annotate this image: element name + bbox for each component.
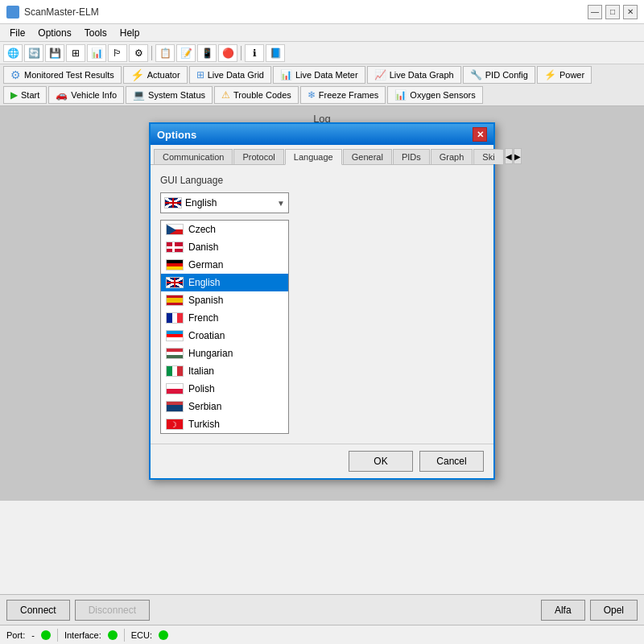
lang-italian-label: Italian xyxy=(188,365,214,377)
language-dropdown[interactable]: English ▼ xyxy=(160,192,289,213)
dialog-tabs: Communication Protocol Language General … xyxy=(151,145,493,165)
modal-overlay: Options ✕ Communication Protocol Languag… xyxy=(0,106,644,501)
flag-polish xyxy=(166,383,184,394)
lang-french[interactable]: French xyxy=(161,309,288,327)
lang-turkish[interactable]: Turkish xyxy=(161,415,288,433)
flag-spanish xyxy=(166,295,184,306)
toolbar-btn-3[interactable]: 💾 xyxy=(45,44,64,62)
lang-english[interactable]: English xyxy=(161,274,288,291)
toolbar-btn-5[interactable]: 📊 xyxy=(87,44,106,62)
flag-hungarian xyxy=(166,348,184,359)
alfa-button[interactable]: Alfa xyxy=(541,600,585,621)
tab-protocol[interactable]: Protocol xyxy=(233,149,283,164)
toolbar-btn-7[interactable]: ⚙ xyxy=(129,44,148,62)
dialog-titlebar: Options ✕ xyxy=(151,124,493,145)
ecu-indicator xyxy=(159,630,168,640)
disconnect-button[interactable]: Disconnect xyxy=(75,600,150,621)
tab-language[interactable]: Language xyxy=(285,149,342,165)
nav-pid-config[interactable]: 🔧 PID Config xyxy=(463,66,535,84)
nav-monitored-test-results[interactable]: ⚙ Monitored Test Results xyxy=(3,66,122,84)
toolbar-btn-12[interactable]: ℹ xyxy=(245,44,264,62)
system-icon: 💻 xyxy=(133,89,145,101)
grid-icon: ⊞ xyxy=(196,69,204,80)
menu-options[interactable]: Options xyxy=(31,26,77,40)
dropdown-selected[interactable]: English ▼ xyxy=(160,192,289,213)
lang-spanish[interactable]: Spanish xyxy=(161,291,288,309)
lang-italian[interactable]: Italian xyxy=(161,362,288,380)
status-bar: Port: - Interface: ECU: xyxy=(0,625,644,644)
app-title: ScanMaster-ELM xyxy=(24,6,588,18)
toolbar-btn-10[interactable]: 📱 xyxy=(197,44,217,62)
lang-turkish-label: Turkish xyxy=(188,419,220,430)
opel-button[interactable]: Opel xyxy=(590,600,638,621)
lang-hungarian-label: Hungarian xyxy=(188,348,233,359)
nav-actuator[interactable]: ⚡ Actuator xyxy=(123,66,188,84)
lang-polish-label: Polish xyxy=(188,383,215,394)
toolbar-btn-1[interactable]: 🌐 xyxy=(3,44,23,62)
status-sep-2 xyxy=(124,629,125,642)
lang-hungarian[interactable]: Hungarian xyxy=(161,345,288,362)
menu-file[interactable]: File xyxy=(3,26,31,40)
nav-power[interactable]: ⚡ Power xyxy=(537,66,592,84)
cancel-button[interactable]: Cancel xyxy=(419,451,484,472)
flag-czech xyxy=(166,224,184,235)
close-window-button[interactable]: ✕ xyxy=(623,5,638,19)
nav-trouble-codes[interactable]: ⚠ Trouble Codes xyxy=(214,86,299,104)
nav-start[interactable]: ▶ Start xyxy=(3,86,47,104)
vehicle-icon: 🚗 xyxy=(56,89,68,101)
ok-button[interactable]: OK xyxy=(349,451,413,472)
lang-croatian[interactable]: Croatian xyxy=(161,327,288,345)
language-list: Czech Danish German English xyxy=(160,220,289,434)
menu-bar: File Options Tools Help xyxy=(0,24,644,42)
tab-scroll-left[interactable]: ◀ xyxy=(505,148,513,164)
start-icon: ▶ xyxy=(10,89,18,101)
tab-general[interactable]: General xyxy=(343,149,392,164)
tab-scroll-right[interactable]: ▶ xyxy=(514,148,522,164)
lang-serbian[interactable]: Serbian xyxy=(161,398,288,415)
gui-language-label: GUI Language xyxy=(160,175,484,186)
flag-english xyxy=(166,277,184,288)
nav-live-data-meter[interactable]: 📊 Live Data Meter xyxy=(273,66,365,84)
maximize-button[interactable]: □ xyxy=(605,5,620,19)
toolbar-btn-8[interactable]: 📋 xyxy=(155,44,175,62)
tab-pids[interactable]: PIDs xyxy=(393,149,430,164)
flag-croatian xyxy=(166,330,184,341)
toolbar-btn-13[interactable]: 📘 xyxy=(266,44,285,62)
nav-vehicle-info[interactable]: 🚗 Vehicle Info xyxy=(48,86,124,104)
lang-french-label: French xyxy=(188,312,218,324)
lang-german[interactable]: German xyxy=(161,256,288,274)
nav-oxygen-sensors[interactable]: 📊 Oxygen Sensors xyxy=(387,86,482,104)
port-value: - xyxy=(31,630,35,640)
title-bar: ScanMaster-ELM — □ ✕ xyxy=(0,0,644,24)
interface-indicator xyxy=(108,630,118,640)
menu-help[interactable]: Help xyxy=(114,26,147,40)
app-icon xyxy=(6,6,19,19)
tab-ski[interactable]: Ski xyxy=(473,149,503,164)
power-icon: ⚡ xyxy=(544,69,556,80)
toolbar-btn-4[interactable]: ⊞ xyxy=(66,44,85,62)
connect-button[interactable]: Connect xyxy=(6,600,70,621)
lang-danish[interactable]: Danish xyxy=(161,238,288,256)
meter-icon: 📊 xyxy=(280,69,292,80)
lang-polish[interactable]: Polish xyxy=(161,380,288,398)
left-btn-group: Connect Disconnect xyxy=(6,600,150,621)
options-dialog: Options ✕ Communication Protocol Languag… xyxy=(149,122,495,480)
flag-italian xyxy=(166,365,184,377)
tab-graph[interactable]: Graph xyxy=(431,149,473,164)
toolbar-btn-11[interactable]: 🔴 xyxy=(218,44,237,62)
minimize-button[interactable]: — xyxy=(588,5,602,19)
toolbar-btn-9[interactable]: 📝 xyxy=(176,44,196,62)
toolbar: 🌐 🔄 💾 ⊞ 📊 🏳 ⚙ 📋 📝 📱 🔴 ℹ 📘 xyxy=(0,42,644,64)
flag-turkish xyxy=(166,419,184,430)
nav-system-status[interactable]: 💻 System Status xyxy=(126,86,213,104)
nav-freeze-frames[interactable]: ❄ Freeze Frames xyxy=(300,86,386,104)
toolbar-btn-2[interactable]: 🔄 xyxy=(24,44,43,62)
flag-danish xyxy=(166,242,184,253)
nav-live-data-graph[interactable]: 📈 Live Data Graph xyxy=(367,66,461,84)
menu-tools[interactable]: Tools xyxy=(78,26,114,40)
toolbar-btn-6[interactable]: 🏳 xyxy=(108,44,127,62)
lang-czech[interactable]: Czech xyxy=(161,221,288,238)
tab-communication[interactable]: Communication xyxy=(154,149,233,164)
dialog-close-button[interactable]: ✕ xyxy=(473,127,487,142)
nav-live-data-grid[interactable]: ⊞ Live Data Grid xyxy=(189,66,271,84)
